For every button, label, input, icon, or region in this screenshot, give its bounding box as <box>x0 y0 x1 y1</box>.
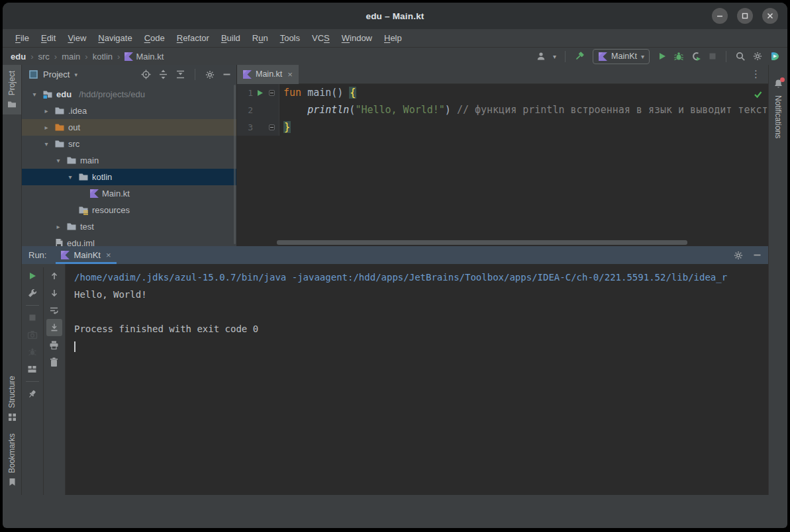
menu-view[interactable]: View <box>62 33 92 43</box>
down-stack-trace-icon[interactable] <box>50 288 59 298</box>
stripe-structure-icon <box>8 413 17 421</box>
tool-stripe-notifications[interactable]: Notifications <box>769 65 787 144</box>
locate-icon[interactable] <box>141 69 151 79</box>
tree-chevron-icon[interactable]: ▾ <box>30 91 39 98</box>
tree-item-main-kt[interactable]: Main.kt <box>22 185 236 202</box>
project-view-dropdown-icon[interactable]: ▾ <box>74 71 77 78</box>
tree-item-out[interactable]: ▸out <box>22 119 236 136</box>
maximize-button[interactable] <box>737 8 753 24</box>
tool-stripe-structure[interactable]: Structure <box>7 370 17 427</box>
rerun-icon[interactable] <box>28 271 37 281</box>
scroll-to-end-icon[interactable] <box>50 323 59 332</box>
menu-file[interactable]: File <box>9 33 35 43</box>
pin-icon[interactable] <box>25 385 40 402</box>
clear-all-icon[interactable] <box>50 357 58 367</box>
tree-item-path: /hdd/projects/edu <box>79 89 145 99</box>
run-tab-close-icon[interactable]: × <box>106 250 111 260</box>
tool-stripe-bookmarks[interactable]: Bookmarks <box>7 427 17 492</box>
editor-tab-mainkt[interactable]: Main.kt × <box>237 65 299 84</box>
clear-all-icon[interactable] <box>46 353 62 371</box>
attach-debugger-icon <box>25 343 40 361</box>
tree-chevron-icon[interactable]: ▸ <box>42 107 51 114</box>
breadcrumb-kotlin[interactable]: kotlin <box>93 52 113 62</box>
run-settings-icon[interactable] <box>733 250 744 261</box>
settings-icon[interactable] <box>752 51 763 62</box>
breadcrumb-main[interactable]: main <box>62 52 80 62</box>
menu-build[interactable]: Build <box>215 33 246 43</box>
tree-item--idea[interactable]: ▸.idea <box>22 103 236 119</box>
run-icon[interactable] <box>658 52 667 61</box>
tab-close-icon[interactable]: × <box>287 69 293 79</box>
soft-wrap-icon[interactable] <box>49 306 59 315</box>
project-panel-title[interactable]: Project <box>43 69 70 79</box>
menu-help[interactable]: Help <box>378 33 408 43</box>
expand-all-icon[interactable] <box>158 69 168 79</box>
breadcrumb-separator: › <box>117 52 120 62</box>
menu-window[interactable]: Window <box>336 33 378 43</box>
tree-item-main[interactable]: ▾main <box>22 152 236 169</box>
minimize-button[interactable] <box>712 8 728 24</box>
debug-icon[interactable] <box>673 51 684 62</box>
edit-configuration-icon[interactable] <box>27 288 38 298</box>
hide-icon[interactable] <box>222 70 231 79</box>
run-line-icon[interactable] <box>253 89 266 97</box>
menu-vcs[interactable]: VCS <box>306 33 336 43</box>
tree-chevron-icon[interactable]: ▾ <box>54 157 63 164</box>
tree-item-src[interactable]: ▾src <box>22 136 236 152</box>
tree-item-resources[interactable]: resources <box>22 202 236 218</box>
restore-layout-icon[interactable] <box>27 365 37 374</box>
title-bar[interactable]: edu – Main.kt <box>3 3 787 29</box>
edit-configuration-icon[interactable] <box>25 285 40 302</box>
tree-chevron-icon[interactable]: ▸ <box>42 124 51 131</box>
up-stack-trace-icon[interactable] <box>46 267 62 285</box>
search-everywhere-icon[interactable] <box>735 51 746 62</box>
menu-code[interactable]: Code <box>138 33 171 43</box>
menu-refactor[interactable]: Refactor <box>171 33 215 43</box>
tree-chevron-icon[interactable]: ▾ <box>42 140 51 148</box>
breadcrumb-src[interactable]: src <box>38 52 49 62</box>
code-editor[interactable]: 1fun main() {2 println("Hello, World!") … <box>237 84 768 246</box>
ide-update-icon[interactable] <box>769 51 781 62</box>
menu-navigate[interactable]: Navigate <box>92 33 138 43</box>
tree-item-edu[interactable]: ▾edu/hdd/projects/edu <box>22 86 236 103</box>
inspections-ok-icon[interactable] <box>754 90 762 99</box>
build-hammer-icon[interactable] <box>574 51 585 62</box>
settings-icon[interactable] <box>205 69 215 80</box>
restore-layout-icon[interactable] <box>25 361 40 378</box>
run-coverage-icon[interactable] <box>691 51 701 62</box>
tree-chevron-icon[interactable]: ▾ <box>66 173 75 181</box>
fold-icon[interactable] <box>266 90 277 96</box>
stop-icon <box>708 52 717 61</box>
tree-item-label: .idea <box>68 106 87 116</box>
tree-chevron-icon[interactable]: ▸ <box>54 223 63 230</box>
soft-wrap-icon[interactable] <box>46 302 62 319</box>
project-scrollbar[interactable] <box>234 85 236 244</box>
close-button[interactable] <box>762 8 778 24</box>
code-text: } <box>279 121 291 133</box>
tab-options-icon[interactable]: ⋮ <box>744 68 768 80</box>
up-stack-trace-icon[interactable] <box>50 271 59 281</box>
tree-item-kotlin[interactable]: ▾kotlin <box>22 169 236 185</box>
breadcrumb-edu[interactable]: edu <box>11 52 26 62</box>
tool-stripe-project[interactable]: Project <box>3 65 21 114</box>
hide-run-panel-icon[interactable] <box>753 251 762 259</box>
pin-icon[interactable] <box>27 389 37 399</box>
print-icon[interactable] <box>49 340 59 350</box>
run-tab-mainkt[interactable]: MainKt × <box>56 246 116 264</box>
fold-icon[interactable] <box>266 124 277 130</box>
tree-item-test[interactable]: ▸test <box>22 218 236 235</box>
tree-item-edu-iml[interactable]: edu.iml <box>22 235 236 246</box>
menu-tools[interactable]: Tools <box>274 33 306 43</box>
collapse-all-icon[interactable] <box>175 69 185 79</box>
run-console[interactable]: /home/vadim/.jdks/azul-15.0.7/bin/java -… <box>66 264 768 495</box>
menu-edit[interactable]: Edit <box>35 33 62 43</box>
rerun-icon[interactable] <box>25 267 40 285</box>
menu-run[interactable]: Run <box>246 33 274 43</box>
down-stack-trace-icon[interactable] <box>46 285 62 302</box>
breadcrumb-main.kt[interactable]: Main.kt <box>124 52 164 62</box>
editor-horizontal-scrollbar[interactable] <box>277 240 687 245</box>
profile-icon[interactable] <box>536 51 546 62</box>
print-icon[interactable] <box>46 336 62 353</box>
run-configuration-select[interactable]: MainKt▾ <box>593 49 650 64</box>
scroll-to-end-icon[interactable] <box>46 319 62 336</box>
